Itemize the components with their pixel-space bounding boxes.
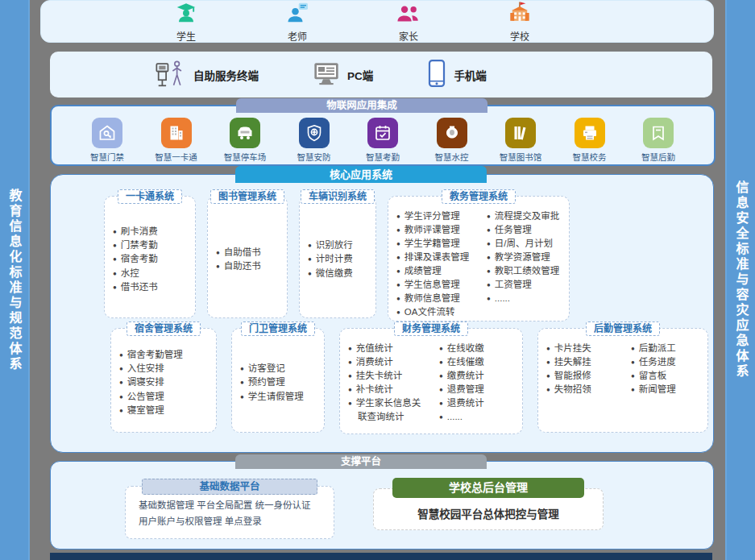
- door-access-icon: [92, 118, 122, 148]
- iot-parking: 智慧停车场: [214, 118, 276, 163]
- user-teacher: 老师: [273, 1, 321, 43]
- parents-icon: [396, 1, 421, 28]
- list-item: 学生请假管理: [240, 390, 322, 404]
- system-item-list: 流程提交及审批任务管理日/周、月计划教学资源管理教职工绩效管理工资管理.....…: [479, 206, 569, 324]
- base-data-platform: 基础数据平台 基础数据管理 平台全局配置 统一身份认证 用户账户与权限管理 单点…: [125, 486, 334, 539]
- iot-panel-tab: 物联网应用集成: [236, 98, 487, 113]
- list-item: 工资管理: [487, 278, 567, 292]
- list-item: 微信缴费: [308, 267, 374, 280]
- security-shield-icon: [299, 118, 330, 148]
- iot-logistics: 智慧后勤: [627, 118, 690, 163]
- student-icon: [174, 1, 198, 28]
- user-parents: 家长: [384, 1, 433, 43]
- iot-label: 智慧停车场: [214, 151, 276, 163]
- list-item: ......: [487, 292, 567, 305]
- list-item: 消费统计: [348, 355, 429, 369]
- list-item: 缴费统计: [439, 369, 521, 383]
- terminal-label: 自助服务终端: [193, 67, 259, 83]
- system-box-dormitory: 宿舍管理系统 宿舍考勤管理入住安排调寝安排公告管理寝室管理: [110, 328, 217, 433]
- list-item: 调寝安排: [119, 375, 214, 389]
- user-school: 学校: [496, 1, 544, 43]
- terminal-label: PC端: [347, 67, 373, 83]
- list-item: 预约管理: [240, 375, 322, 389]
- base-data-platform-title: 基础数据平台: [142, 479, 317, 495]
- left-standard-label: 教育信息化标准与规范体系: [5, 189, 24, 372]
- list-item: ......: [439, 410, 521, 424]
- list-item: 教职工绩效管理: [487, 264, 567, 278]
- list-item: 日/周、月计划: [487, 237, 567, 251]
- phone-icon: [426, 59, 447, 91]
- onecard-icon: [161, 118, 192, 148]
- iot-onecard: 智慧一卡通: [145, 118, 208, 163]
- iot-panel: 物联网应用集成 智慧门禁 智慧一卡通 智慧停车场: [50, 105, 716, 166]
- list-item: 挂失解挂: [546, 355, 621, 369]
- system-box-academic: 教务管理系统 学生评分管理教师评课管理学生学籍管理排课及课表管理成绩管理学生信息…: [388, 196, 570, 321]
- list-item: 退费统计: [439, 396, 521, 410]
- desktop-icon: [312, 60, 341, 89]
- system-box-title: 后勤管理系统: [586, 321, 660, 336]
- list-item: 访客登记: [240, 362, 322, 375]
- system-item-list: 自助借书自助还书: [208, 206, 287, 317]
- bottom-strip: [50, 553, 712, 560]
- left-standard-bar: 教育信息化标准与规范体系: [0, 0, 30, 560]
- smart-campus-architecture-diagram: 教育信息化标准与规范体系 信息安全标准与容灾应急体系 学生 老师 家长: [0, 0, 755, 560]
- list-item: 刷卡消费: [113, 225, 193, 239]
- system-box-logistics: 后勤管理系统 卡片挂失挂失解挂智能报修失物招领 后勤派工任务进度留言板新闻管理: [537, 328, 708, 433]
- list-item: 充值统计: [348, 342, 429, 355]
- list-item: 成绩管理: [396, 264, 477, 278]
- list-item: 挂失卡统计: [348, 369, 429, 383]
- system-box-finance: 财务管理系统 充值统计消费统计挂失卡统计补卡统计学生家长信息关联查询统计 在线收…: [339, 328, 523, 434]
- list-item: 寝室管理: [119, 404, 214, 417]
- school-icon: [507, 1, 533, 28]
- system-box-title: 财务管理系统: [394, 321, 468, 336]
- iot-label: 智慧图书馆: [489, 151, 552, 163]
- system-item-list: 宿舍考勤管理入住安排调寝安排公告管理寝室管理: [111, 338, 216, 432]
- iot-label: 智慧校务: [558, 151, 621, 163]
- school-admin-title: 学校总后台管理: [392, 478, 584, 498]
- teacher-icon: [285, 1, 309, 28]
- iot-label: 智慧考勤: [351, 151, 414, 163]
- list-item: 宿舍考勤: [113, 252, 193, 266]
- system-item-list: 识别放行计时计费微信缴费: [300, 206, 375, 317]
- system-item-list: 刷卡消费门禁考勤宿舍考勤水控借书还书: [105, 206, 195, 317]
- list-item: 教师信息管理: [396, 292, 477, 305]
- system-item-list: 后勤派工任务进度留言板新闻管理: [623, 338, 707, 432]
- list-item: 门禁考勤: [113, 239, 193, 252]
- school-admin-desc: 智慧校园平台总体把控与管理: [417, 505, 559, 521]
- school-affairs-icon: [575, 118, 605, 148]
- list-item: 退费管理: [439, 383, 521, 396]
- list-item: 智能报修: [546, 369, 621, 383]
- list-item: 失物招领: [546, 383, 621, 396]
- iot-attendance: 智慧考勤: [351, 118, 414, 163]
- user-label: 老师: [288, 29, 307, 43]
- base-platform-line: 基础数据管理 平台全局配置 统一身份认证: [139, 498, 326, 514]
- system-box-title: 宿舍管理系统: [127, 321, 201, 336]
- list-item: 流程提交及审批: [487, 209, 567, 223]
- iot-school-affairs: 智慧校务: [558, 118, 621, 163]
- school-admin-backend: 学校总后台管理 智慧校园平台总体把控与管理: [373, 478, 604, 530]
- user-label: 家长: [399, 29, 418, 43]
- system-item-list: 卡片挂失挂失解挂智能报修失物招领: [538, 338, 623, 432]
- terminal-pc: PC端: [312, 60, 373, 89]
- terminal-phone: 手机端: [426, 59, 487, 91]
- system-item-list: 在线收缴在线催缴缴费统计退费管理退费统计......: [431, 338, 522, 433]
- system-item-list: 充值统计消费统计挂失卡统计补卡统计学生家长信息关联查询统计: [340, 338, 431, 433]
- system-box-title: 车辆识别系统: [301, 189, 375, 204]
- system-item-list: 访客登记预约管理学生请假管理: [232, 338, 324, 432]
- user-student: 学生: [162, 1, 210, 43]
- list-item: 学生学籍管理: [396, 237, 477, 251]
- system-box-title: 一卡通系统: [118, 189, 182, 204]
- iot-door-access: 智慧门禁: [76, 118, 139, 163]
- support-panel-tab: 支撑平台: [235, 454, 487, 469]
- base-platform-line: 用户账户与权限管理 单点登录: [139, 514, 326, 530]
- core-row-1: 一卡通系统 刷卡消费门禁考勤宿舍考勤水控借书还书 图书管理系统 自助借书自助还书…: [104, 196, 570, 321]
- list-item: 教学资源管理: [487, 251, 567, 264]
- right-standard-label: 信息安全标准与容灾应急体系: [732, 180, 751, 380]
- attendance-calendar-icon: [367, 118, 398, 148]
- list-item: 任务进度: [631, 355, 706, 369]
- list-item: 留言板: [631, 369, 706, 383]
- list-item: 计时计费: [308, 252, 374, 266]
- core-panel-tab: 核心应用系统: [235, 166, 487, 183]
- right-standard-bar: 信息安全标准与容灾应急体系: [725, 0, 755, 560]
- water-control-icon: [437, 118, 467, 148]
